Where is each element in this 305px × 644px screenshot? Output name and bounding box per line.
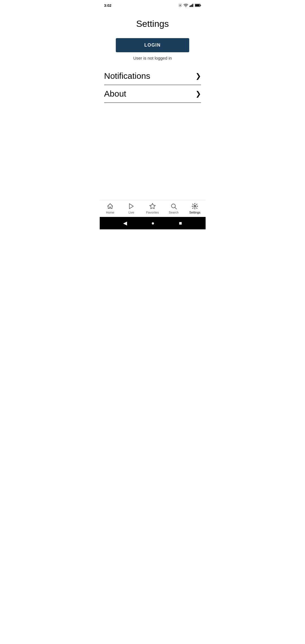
login-button[interactable]: LOGIN <box>116 38 189 52</box>
page-title: Settings <box>104 19 201 29</box>
favorites-icon <box>149 203 156 210</box>
about-chevron-icon: ❯ <box>195 90 201 98</box>
nav-item-search[interactable]: Search <box>163 203 184 214</box>
battery-icon <box>195 4 201 7</box>
status-bar: 3:02 <box>100 0 206 10</box>
svg-line-12 <box>175 208 177 209</box>
svg-marker-10 <box>150 203 155 209</box>
svg-rect-8 <box>200 5 201 6</box>
main-content: Settings LOGIN User is not logged in Not… <box>100 10 206 200</box>
svg-marker-9 <box>129 204 133 209</box>
svg-point-13 <box>194 205 196 207</box>
svg-rect-4 <box>191 5 192 7</box>
nav-label-favorites: Favorites <box>146 211 159 214</box>
nav-item-favorites[interactable]: Favorites <box>142 203 163 214</box>
svg-point-0 <box>180 5 181 6</box>
nav-label-home: Home <box>106 211 114 214</box>
notifications-label: Notifications <box>104 71 150 81</box>
svg-rect-3 <box>190 5 191 7</box>
android-back-button[interactable]: ◀ <box>123 220 127 226</box>
gear-icon <box>178 3 182 7</box>
nav-label-settings: Settings <box>189 211 201 214</box>
about-label: About <box>104 89 126 99</box>
settings-nav-icon <box>191 203 199 210</box>
status-time: 3:02 <box>104 3 112 8</box>
notifications-chevron-icon: ❯ <box>195 72 201 80</box>
bottom-nav: Home Live Favorites Search <box>100 200 206 217</box>
svg-rect-5 <box>192 4 193 7</box>
svg-point-1 <box>186 6 186 7</box>
notifications-menu-item[interactable]: Notifications ❯ <box>104 67 201 85</box>
signal-icon <box>189 3 193 7</box>
live-icon <box>128 203 135 210</box>
nav-label-live: Live <box>128 211 134 214</box>
svg-rect-7 <box>195 4 200 6</box>
svg-rect-2 <box>189 6 190 7</box>
nav-item-home[interactable]: Home <box>100 203 121 214</box>
login-status-text: User is not logged in <box>104 56 201 60</box>
wifi-icon <box>184 4 188 7</box>
nav-label-search: Search <box>169 211 179 214</box>
home-icon <box>106 203 114 210</box>
status-icons <box>178 3 201 7</box>
search-icon <box>170 203 177 210</box>
nav-item-live[interactable]: Live <box>121 203 142 214</box>
android-nav-bar: ◀ ● ■ <box>100 217 206 229</box>
nav-item-settings[interactable]: Settings <box>184 203 206 214</box>
about-menu-item[interactable]: About ❯ <box>104 85 201 103</box>
android-recent-button[interactable]: ■ <box>179 220 182 226</box>
android-home-button[interactable]: ● <box>151 220 154 226</box>
